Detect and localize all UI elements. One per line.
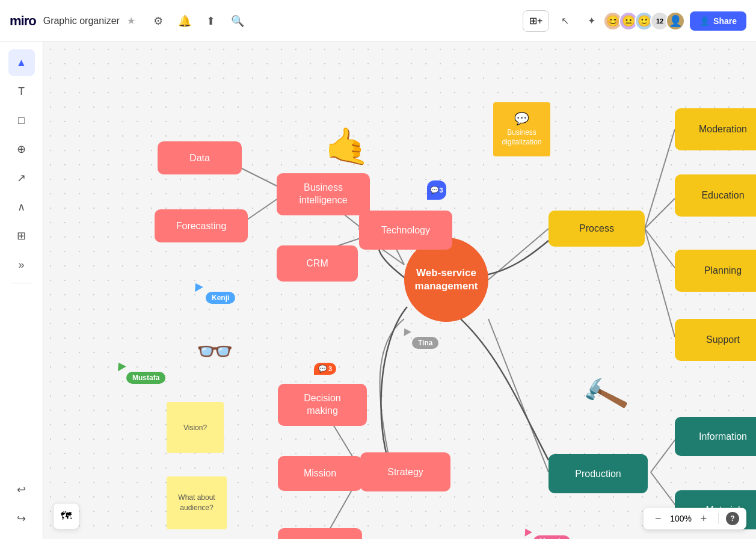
node-process[interactable]: Process [549, 211, 645, 247]
node-market[interactable]: Market [278, 528, 362, 539]
select-tool[interactable]: ▲ [8, 49, 35, 76]
magic-tool-button[interactable]: ✦ [580, 10, 602, 32]
canvas[interactable]: Web-service management Process Moderatio… [43, 42, 756, 539]
board-title[interactable]: Graphic organizer [43, 16, 120, 26]
svg-line-5 [488, 319, 549, 472]
header: miro Graphic organizer ★ ⚙ 🔔 ⬆ 🔍 ⊞+ ↖ ✦ … [0, 0, 756, 42]
upload-icon[interactable]: ⬆ [200, 10, 222, 32]
node-forecasting[interactable]: Forecasting [155, 209, 248, 242]
cursor-mustafa: Mustafa [126, 372, 165, 384]
cursor-kenji-icon [191, 281, 203, 292]
node-decision-making[interactable]: Decision making [278, 384, 367, 426]
logo: miro [10, 13, 36, 29]
node-production[interactable]: Production [549, 454, 648, 493]
cursor-tina-icon [401, 326, 411, 336]
cursor-tina: Tina [412, 337, 438, 349]
sticky-audience[interactable]: What about audience? [167, 476, 227, 529]
cursor-mustafa-icon [114, 360, 126, 371]
node-information[interactable]: Information [675, 417, 756, 456]
header-tools: ⚙ 🔔 ⬆ 🔍 [147, 10, 248, 32]
svg-line-2 [645, 199, 675, 229]
sticker-tool: 🔨 [579, 370, 632, 421]
zoom-level: 100% [670, 514, 692, 523]
cursor-maggie: Maggie [533, 535, 570, 539]
svg-line-4 [645, 229, 675, 337]
svg-line-7 [651, 472, 678, 508]
node-business-intelligence[interactable]: Business intelligence [277, 173, 370, 215]
svg-line-3 [645, 229, 675, 268]
shapes-tool[interactable]: ⊕ [8, 136, 35, 162]
undo-tool[interactable]: ↩ [8, 476, 35, 503]
header-right: ⊞+ ↖ ✦ 😊 😐 🙂 12 👤 👤 Share [523, 10, 746, 32]
node-moderation[interactable]: Moderation [675, 108, 756, 150]
sticky-vision[interactable]: Vision? [167, 402, 224, 453]
share-label: Share [713, 16, 737, 26]
line-tool[interactable]: ↗ [8, 165, 35, 191]
sticky-business-digitalization[interactable]: 💬 Business digitalization [493, 102, 550, 156]
sticker-glasses: 👓 [196, 334, 233, 369]
minimap-button[interactable]: 🗺 [53, 503, 79, 529]
pointer-tool-button[interactable]: ↖ [554, 10, 576, 32]
help-button[interactable]: ? [726, 512, 739, 525]
node-center[interactable]: Web-service management [404, 238, 488, 322]
comment-badge-decision[interactable]: 💬 3 [314, 363, 336, 375]
collaborators-avatars: 😊 😐 🙂 12 👤 [607, 11, 685, 31]
more-tools[interactable]: » [8, 251, 35, 278]
sticker-hand: 🤙 [325, 125, 370, 168]
grid-view-button[interactable]: ⊞+ [523, 10, 549, 32]
node-crm[interactable]: CRM [277, 245, 358, 282]
node-education[interactable]: Education [675, 174, 756, 217]
favorite-icon[interactable]: ★ [127, 15, 135, 26]
cursor-kenji: Kenji [206, 292, 235, 304]
divider [718, 513, 719, 524]
search-icon[interactable]: 🔍 [227, 10, 248, 32]
pen-tool[interactable]: ∧ [8, 194, 35, 220]
avatar-me: 👤 [666, 11, 685, 31]
svg-line-6 [651, 436, 678, 472]
frame-tool[interactable]: ⊞ [8, 223, 35, 249]
redo-tool[interactable]: ↪ [8, 505, 35, 532]
sticky-tool[interactable]: □ [8, 107, 35, 134]
node-data[interactable]: Data [158, 141, 242, 174]
left-toolbar: ▲ T □ ⊕ ↗ ∧ ⊞ » ↩ ↪ [0, 42, 43, 539]
bell-icon[interactable]: 🔔 [174, 10, 195, 32]
comment-badge-technology[interactable]: 💬 3 [427, 180, 446, 200]
zoom-out-button[interactable]: − [651, 511, 665, 526]
svg-line-0 [488, 229, 549, 280]
node-planning[interactable]: Planning [675, 250, 756, 292]
node-strategy[interactable]: Strategy [360, 452, 450, 491]
cursor-maggie-icon [521, 526, 532, 537]
svg-line-1 [645, 129, 675, 229]
node-support[interactable]: Support [675, 319, 756, 361]
node-technology[interactable]: Technology [359, 211, 452, 250]
zoom-in-button[interactable]: + [696, 511, 711, 526]
share-button[interactable]: 👤 Share [690, 11, 746, 31]
zoom-bar: − 100% + ? [644, 508, 746, 529]
node-mission[interactable]: Mission [278, 456, 362, 491]
settings-icon[interactable]: ⚙ [147, 10, 169, 32]
text-tool[interactable]: T [8, 78, 35, 105]
share-icon: 👤 [699, 16, 710, 26]
